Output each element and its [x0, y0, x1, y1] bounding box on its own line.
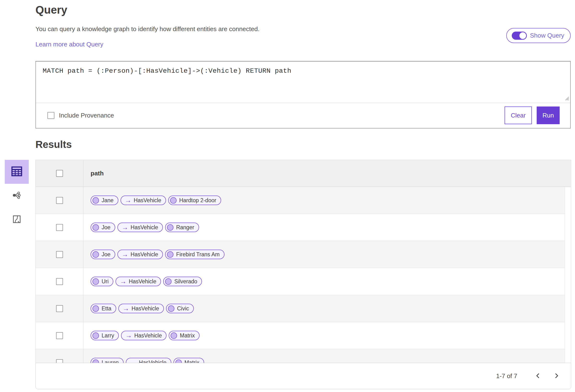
table-row: Joe→HasVehicleFirebird Trans Am: [36, 241, 571, 268]
link-chart-view-icon: [12, 191, 21, 200]
row-checkbox-cell: [36, 295, 83, 322]
clear-button[interactable]: Clear: [504, 107, 532, 124]
page-range-label: 1-7 of 7: [496, 372, 517, 380]
arrow-right-icon: →: [125, 332, 132, 339]
link-chart-view-button[interactable]: [5, 184, 29, 208]
chip-label: Ranger: [176, 224, 194, 231]
table-view-icon: [11, 166, 22, 177]
chip-label: Silverado: [174, 278, 197, 285]
table-view-button[interactable]: [5, 160, 29, 184]
next-page-button[interactable]: [549, 369, 564, 383]
chip-label: Jane: [102, 197, 114, 204]
chip-label: Matrix: [185, 359, 200, 363]
entity-chip[interactable]: Joe: [91, 222, 115, 232]
arrow-right-icon: →: [123, 305, 129, 312]
entity-node-icon: [168, 305, 174, 312]
relationship-chip[interactable]: →HasVehicle: [118, 304, 164, 313]
chip-label: HasVehicle: [129, 278, 156, 285]
chip-label: HasVehicle: [131, 224, 158, 231]
entity-node-icon: [93, 224, 99, 231]
row-checkbox[interactable]: [56, 278, 63, 285]
chip-label: HasVehicle: [139, 359, 167, 363]
row-checkbox[interactable]: [56, 251, 63, 258]
include-provenance-checkbox[interactable]: [48, 112, 54, 119]
path-cell: Jane→HasVehicleHardtop 2-door: [83, 187, 571, 214]
resize-handle-icon[interactable]: [564, 95, 569, 102]
entity-node-icon: [93, 197, 99, 204]
path-cell: Larry→HasVehicleMatrix: [83, 322, 571, 349]
chip-label: Joe: [102, 224, 110, 231]
entity-chip[interactable]: Larry: [91, 331, 119, 340]
query-text: MATCH path = (:Person)-[:HasVehicle]->(:…: [36, 62, 570, 80]
table-row: Etta→HasVehicleCivic: [36, 295, 571, 322]
chip-label: HasVehicle: [132, 305, 159, 312]
chip-label: HasVehicle: [134, 197, 161, 204]
chevron-left-icon: [534, 372, 541, 380]
learn-more-link[interactable]: Learn more about Query: [35, 41, 103, 48]
relationship-chip[interactable]: →HasVehicle: [121, 331, 167, 340]
map-view-icon: [13, 215, 21, 224]
entity-node-icon: [93, 359, 99, 363]
table-row: Joe→HasVehicleRanger: [36, 214, 571, 241]
chip-label: HasVehicle: [134, 332, 162, 339]
row-checkbox-cell: [36, 187, 83, 214]
relationship-chip[interactable]: →HasVehicle: [117, 222, 163, 232]
query-description: You can query a knowledge graph to ident…: [35, 25, 260, 33]
entity-chip[interactable]: Ranger: [165, 222, 199, 232]
arrow-right-icon: →: [125, 197, 131, 204]
row-checkbox-cell: [36, 241, 83, 268]
arrow-right-icon: →: [120, 278, 126, 285]
chip-label: Uri: [102, 278, 109, 285]
chevron-right-icon: [553, 372, 560, 380]
previous-page-button[interactable]: [531, 369, 545, 383]
entity-chip[interactable]: Hardtop 2-door: [168, 196, 221, 205]
arrow-right-icon: →: [122, 224, 128, 231]
row-checkbox-cell: [36, 349, 83, 363]
row-checkbox[interactable]: [56, 224, 63, 231]
entity-chip[interactable]: Matrix: [169, 331, 200, 340]
entity-node-icon: [170, 197, 177, 204]
path-cell: Uri→HasVehicleSilverado: [83, 268, 571, 295]
row-checkbox[interactable]: [56, 332, 63, 339]
toggle-switch-on[interactable]: [512, 32, 527, 40]
chip-label: Hardtop 2-door: [179, 197, 216, 204]
page-title: Query: [35, 3, 67, 16]
query-textarea[interactable]: MATCH path = (:Person)-[:HasVehicle]->(:…: [36, 62, 570, 103]
results-title: Results: [35, 139, 72, 150]
view-switcher: [5, 160, 29, 232]
path-cell: Lauren→HasVehicleMatrix: [83, 349, 571, 363]
entity-chip[interactable]: Lauren: [91, 358, 124, 363]
table-row: Uri→HasVehicleSilverado: [36, 268, 571, 295]
entity-node-icon: [175, 359, 182, 363]
row-checkbox[interactable]: [56, 305, 63, 312]
entity-node-icon: [170, 332, 177, 339]
entity-chip[interactable]: Matrix: [173, 358, 204, 363]
entity-chip[interactable]: Firebird Trans Am: [165, 250, 224, 259]
entity-chip[interactable]: Silverado: [163, 277, 202, 286]
relationship-chip[interactable]: →HasVehicle: [120, 196, 166, 205]
table-row: Larry→HasVehicleMatrix: [36, 322, 571, 349]
row-checkbox[interactable]: [56, 197, 63, 204]
chip-label: Larry: [102, 332, 114, 339]
table-row: Lauren→HasVehicleMatrix: [36, 349, 571, 363]
show-query-toggle[interactable]: Show Query: [506, 28, 571, 43]
map-view-button[interactable]: [5, 208, 29, 232]
entity-chip[interactable]: Uri: [91, 277, 113, 286]
scrollbar-gutter[interactable]: [565, 187, 571, 363]
select-all-checkbox[interactable]: [56, 170, 63, 177]
table-row: Jane→HasVehicleHardtop 2-door: [36, 187, 571, 214]
entity-chip[interactable]: Civic: [166, 304, 194, 313]
row-checkbox-cell: [36, 214, 83, 241]
relationship-chip[interactable]: →HasVehicle: [126, 358, 171, 363]
relationship-chip[interactable]: →HasVehicle: [117, 250, 163, 259]
chip-label: Civic: [177, 305, 189, 312]
entity-chip[interactable]: Etta: [91, 304, 116, 313]
row-checkbox-cell: [36, 268, 83, 295]
entity-chip[interactable]: Joe: [91, 250, 115, 259]
chip-label: Joe: [102, 251, 110, 258]
entity-chip[interactable]: Jane: [91, 196, 118, 205]
relationship-chip[interactable]: →HasVehicle: [116, 277, 161, 286]
row-checkbox[interactable]: [56, 359, 63, 363]
run-button[interactable]: Run: [537, 107, 560, 124]
chip-label: Lauren: [102, 359, 119, 363]
